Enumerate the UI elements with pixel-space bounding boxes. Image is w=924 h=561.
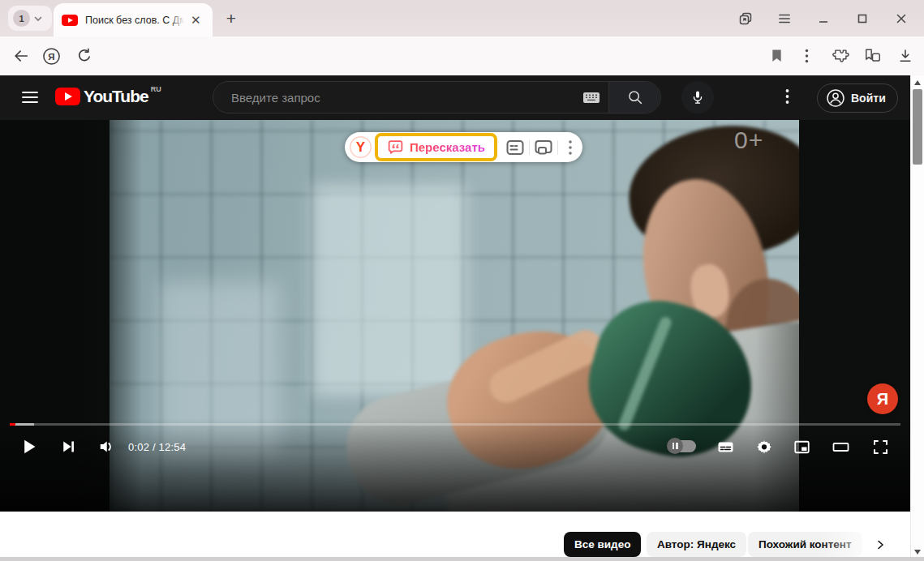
- chevron-down-icon: [33, 14, 43, 24]
- voice-search-button[interactable]: [681, 81, 714, 113]
- keyboard-icon[interactable]: [582, 92, 600, 104]
- maximize-button[interactable]: [854, 11, 870, 27]
- new-tab-button[interactable]: +: [221, 8, 242, 29]
- youtube-region-label: RU: [151, 85, 161, 93]
- volume-button[interactable]: [90, 430, 122, 463]
- youtube-header: YouTube RU Войти: [0, 75, 910, 120]
- download-icon[interactable]: [896, 46, 915, 66]
- search-button[interactable]: [608, 82, 660, 113]
- quote-bubble-icon: [387, 139, 404, 156]
- youtube-logo[interactable]: YouTube RU: [55, 88, 161, 105]
- bookmark-icon[interactable]: [767, 46, 786, 66]
- chip-all-videos[interactable]: Все видео: [564, 532, 641, 557]
- youtube-more-icon[interactable]: [785, 88, 789, 105]
- page-scrollbar[interactable]: [910, 75, 924, 561]
- window-controls: [737, 0, 924, 36]
- account-icon: [826, 88, 845, 108]
- tab-count-badge: 1: [13, 10, 30, 27]
- next-button[interactable]: [52, 430, 84, 463]
- window-bottom-edge: [0, 557, 924, 561]
- scrollbar-thumb[interactable]: [913, 89, 922, 165]
- retell-button-label: Пересказать: [410, 140, 485, 154]
- settings-button[interactable]: [748, 430, 780, 463]
- youtube-logo-icon: [55, 88, 80, 105]
- progress-bar[interactable]: [0, 423, 910, 426]
- signin-button[interactable]: Войти: [817, 84, 898, 113]
- collections-icon[interactable]: [863, 46, 883, 66]
- browser-window: 1 Поиск без слов. С Дми ✕ +: [0, 0, 924, 561]
- minimize-button[interactable]: [815, 11, 832, 27]
- signin-label: Войти: [851, 92, 886, 105]
- chips-fade: [819, 532, 910, 557]
- autoplay-knob: [667, 438, 683, 454]
- refresh-icon[interactable]: [75, 46, 94, 66]
- filter-chips-row: Все видео Автор: Яндекс Похожий контент: [0, 532, 910, 557]
- search-box: [213, 81, 661, 113]
- time-display: 0:02 / 12:54: [128, 430, 186, 463]
- search-icon: [626, 88, 644, 106]
- scrollbar-down-icon[interactable]: [911, 546, 924, 558]
- close-window-button[interactable]: [893, 11, 909, 27]
- subtitles-button[interactable]: [709, 430, 741, 463]
- chip-author-yandex[interactable]: Автор: Яндекс: [647, 532, 746, 557]
- yandex-browser-logo-icon[interactable]: Y: [350, 136, 372, 158]
- toolbar-more-icon[interactable]: [558, 135, 582, 160]
- youtube-favicon-icon: [62, 15, 78, 26]
- extensions-icon[interactable]: [831, 46, 850, 66]
- search-input[interactable]: [213, 82, 582, 113]
- omnibox-more-icon[interactable]: [797, 46, 816, 66]
- miniplayer-button[interactable]: [785, 430, 818, 463]
- progress-played: [10, 423, 15, 426]
- tab-bar: 1 Поиск без слов. С Дми ✕ +: [0, 0, 924, 36]
- video-player: YouTube RU Войти: [0, 75, 910, 512]
- chips-scroll-right-icon[interactable]: [870, 534, 891, 555]
- back-button[interactable]: [11, 46, 31, 66]
- yandex-assistant-button[interactable]: Я: [867, 383, 898, 414]
- guide-menu-icon[interactable]: [21, 89, 39, 105]
- retell-button-highlight[interactable]: Пересказать: [375, 133, 497, 161]
- microphone-icon: [690, 89, 706, 105]
- address-bar: Я www.youtube.com Поиск без слов. С Дмит…: [0, 36, 924, 75]
- yandex-services-icon[interactable]: Я: [41, 46, 61, 66]
- youtube-logo-text: YouTube: [84, 88, 148, 105]
- tab-panels-icon[interactable]: [737, 11, 754, 27]
- play-button[interactable]: [13, 430, 45, 463]
- browser-menu-icon[interactable]: [776, 11, 793, 27]
- svg-text:Я: Я: [48, 51, 54, 61]
- age-rating-label: 0+: [734, 126, 763, 154]
- toolbar-pip-icon[interactable]: [530, 135, 557, 160]
- tab-counter-button[interactable]: 1: [8, 6, 52, 31]
- summary-text-icon[interactable]: [501, 135, 529, 160]
- tab-close-button[interactable]: ✕: [191, 14, 201, 26]
- page-below-player: Все видео Автор: Яндекс Похожий контент: [0, 512, 910, 561]
- autoplay-toggle[interactable]: [668, 440, 696, 452]
- scrollbar-up-icon[interactable]: [911, 77, 924, 88]
- tab-title-fade: [169, 8, 190, 32]
- active-tab[interactable]: Поиск без слов. С Дми ✕: [54, 3, 213, 36]
- yandex-video-toolbar: Y Пересказать: [345, 132, 582, 162]
- theater-mode-button[interactable]: [824, 430, 857, 463]
- fullscreen-button[interactable]: [864, 430, 896, 463]
